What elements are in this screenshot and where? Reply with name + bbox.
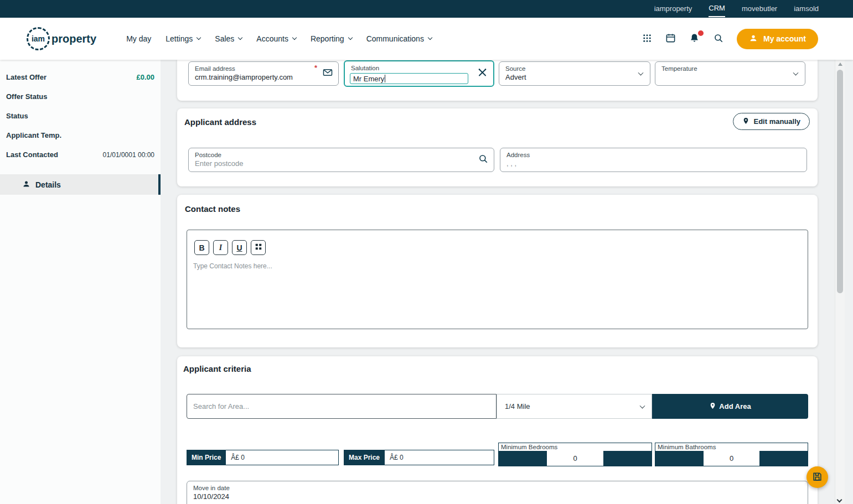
radius-select[interactable]: 1/4 Mile xyxy=(497,394,652,419)
save-floppy-icon xyxy=(812,471,823,484)
chevron-down-icon xyxy=(238,35,242,40)
postcode-input[interactable] xyxy=(195,159,461,168)
minimum-bedrooms-stepper: Minimum Bedrooms 0 xyxy=(498,443,652,466)
search-icon[interactable] xyxy=(478,154,488,166)
sidebar-field-status: Status xyxy=(0,106,161,126)
latest-offer-value: £0.00 xyxy=(136,73,154,81)
sidebar-field-last-contacted: Last Contacted 01/01/0001 00:00 xyxy=(0,145,161,164)
person-icon xyxy=(749,34,758,44)
last-contacted-value: 01/01/0001 00:00 xyxy=(103,151,154,159)
nav-lettings[interactable]: Lettings xyxy=(166,34,200,43)
chevron-down-icon xyxy=(640,403,645,408)
bedrooms-increment-button[interactable] xyxy=(604,451,652,466)
logo-text: property xyxy=(51,33,96,45)
my-account-label: My account xyxy=(763,34,806,43)
location-pin-icon xyxy=(709,402,716,411)
bedrooms-decrement-button[interactable] xyxy=(499,451,546,466)
contact-notes-title: Contact notes xyxy=(185,204,240,214)
italic-button[interactable]: I xyxy=(213,240,228,255)
max-price-group: Max Price Â£ 0 xyxy=(344,450,494,465)
calendar-button[interactable] xyxy=(663,31,679,46)
scrollbar-thumb[interactable] xyxy=(837,70,843,293)
edit-manually-button[interactable]: Edit manually xyxy=(733,113,810,130)
address-value: , , , xyxy=(506,159,800,168)
nav-accounts[interactable]: Accounts xyxy=(256,34,296,43)
envelope-icon xyxy=(323,67,333,80)
chevron-down-icon xyxy=(197,35,201,40)
temperature-select[interactable]: Temperature xyxy=(655,61,805,86)
move-in-date-value: 10/10/2024 xyxy=(193,492,802,501)
primary-nav: My day Lettings Sales Accounts Reporting… xyxy=(126,34,432,43)
apps-grid-button[interactable] xyxy=(639,31,655,46)
topbar-link-iamsold[interactable]: iamsold xyxy=(794,0,819,18)
save-button[interactable] xyxy=(807,466,828,488)
chevron-down-icon xyxy=(292,35,297,40)
insert-grid-button[interactable] xyxy=(251,240,266,255)
person-icon xyxy=(22,180,30,190)
contact-notes-placeholder: Type Contact Notes here... xyxy=(193,262,272,270)
area-search-input[interactable] xyxy=(187,394,497,419)
required-marker: * xyxy=(314,64,317,72)
logo-mark: iam xyxy=(27,27,50,50)
iamproperty-logo[interactable]: iam property xyxy=(27,27,96,50)
search-icon xyxy=(714,33,723,45)
nav-communications[interactable]: Communications xyxy=(366,34,432,43)
move-in-date-field[interactable]: Move in date 10/10/2024 xyxy=(187,481,808,504)
address-field[interactable]: Address , , , xyxy=(500,148,807,172)
grid-icon xyxy=(255,243,262,252)
salutation-input[interactable]: Mr Emery xyxy=(350,73,468,84)
applicant-criteria-card: Applicant criteria 1/4 Mile Add Area Min… xyxy=(177,356,818,504)
chevron-down-icon xyxy=(348,35,352,40)
search-button[interactable] xyxy=(711,31,726,46)
top-bar: iamproperty CRM movebutler iamsold xyxy=(0,0,853,18)
main-header: iam property My day Lettings Sales Accou… xyxy=(0,18,853,60)
location-pin-icon xyxy=(742,117,749,126)
sidebar-details-label: Details xyxy=(35,180,61,189)
max-price-label: Max Price xyxy=(344,450,385,465)
bedrooms-value[interactable]: 0 xyxy=(546,451,604,466)
source-select[interactable]: Source Advert xyxy=(499,61,650,86)
salutation-field: Salutation Mr Emery xyxy=(344,60,494,87)
notification-badge xyxy=(697,29,705,37)
record-sidebar: Latest Offer £0.00 Offer Status Status A… xyxy=(0,60,161,504)
scroll-up-arrow[interactable] xyxy=(838,63,842,66)
topbar-link-iamproperty[interactable]: iamproperty xyxy=(654,0,692,18)
nav-my-day[interactable]: My day xyxy=(126,34,151,43)
topbar-link-crm[interactable]: CRM xyxy=(709,1,725,17)
add-area-button[interactable]: Add Area xyxy=(652,394,808,419)
postcode-field[interactable]: Postcode xyxy=(188,148,494,172)
underline-button[interactable]: U xyxy=(232,240,247,255)
min-price-input[interactable]: Â£ 0 xyxy=(226,450,339,465)
applicant-address-card: Applicant address Edit manually Postcode… xyxy=(177,108,818,186)
scroll-down-arrow[interactable] xyxy=(837,497,842,503)
nav-sales[interactable]: Sales xyxy=(215,34,242,43)
bathrooms-increment-button[interactable] xyxy=(760,451,808,466)
bathrooms-value[interactable]: 0 xyxy=(703,451,760,466)
minimum-bathrooms-stepper: Minimum Bathrooms 0 xyxy=(655,443,808,466)
email-address-field[interactable]: Email address crm.training@iamproperty.c… xyxy=(188,61,339,86)
sidebar-field-offer-status: Offer Status xyxy=(0,87,161,106)
nav-reporting[interactable]: Reporting xyxy=(311,34,352,43)
applicant-criteria-title: Applicant criteria xyxy=(183,364,251,373)
bold-button[interactable]: B xyxy=(194,240,209,255)
vertical-scrollbar[interactable] xyxy=(835,60,845,504)
apps-grid-icon xyxy=(642,33,652,45)
contact-details-card: Email address crm.training@iamproperty.c… xyxy=(177,60,818,101)
sidebar-field-applicant-temp: Applicant Temp. xyxy=(0,126,161,145)
tools-icon[interactable] xyxy=(477,67,488,80)
notifications-button[interactable] xyxy=(687,31,702,46)
topbar-link-movebutler[interactable]: movebutler xyxy=(742,0,777,18)
contact-notes-card: Contact notes B I U Type Contact Notes h… xyxy=(177,195,818,347)
min-price-group: Min Price Â£ 0 xyxy=(187,450,339,465)
bathrooms-decrement-button[interactable] xyxy=(655,451,703,466)
contact-notes-editor[interactable]: B I U Type Contact Notes here... xyxy=(187,230,808,329)
my-account-button[interactable]: My account xyxy=(737,29,818,49)
chevron-down-icon xyxy=(428,35,432,40)
min-price-label: Min Price xyxy=(187,450,226,465)
sidebar-field-latest-offer: Latest Offer £0.00 xyxy=(0,67,161,87)
calendar-icon xyxy=(665,33,676,45)
header-actions: My account xyxy=(639,29,818,49)
sidebar-item-details[interactable]: Details xyxy=(0,174,161,195)
max-price-input[interactable]: Â£ 0 xyxy=(385,450,494,465)
iamproperty-crm-screen: iamproperty CRM movebutler iamsold iam p… xyxy=(0,0,853,504)
